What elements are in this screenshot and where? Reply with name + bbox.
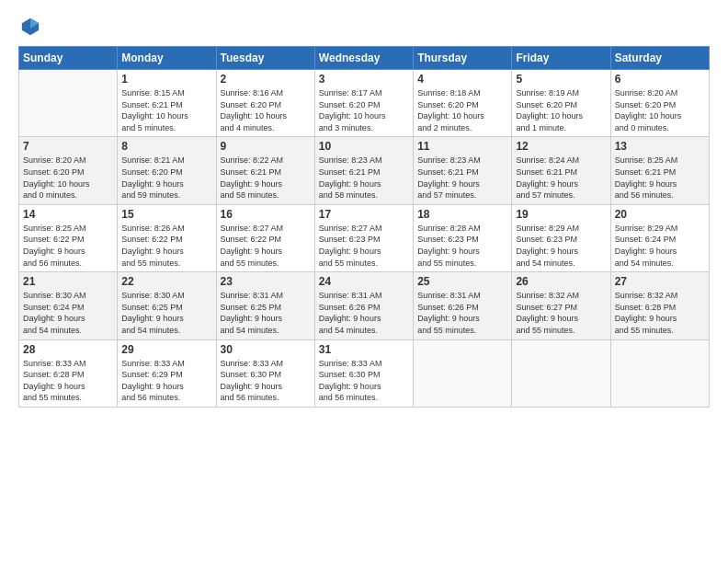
day-number: 16 [221, 208, 311, 221]
day-number: 25 [417, 275, 507, 288]
col-saturday: Saturday [610, 47, 709, 70]
day-info: Sunrise: 8:31 AM Sunset: 6:26 PM Dayligh… [417, 290, 507, 336]
table-row: 14Sunrise: 8:25 AM Sunset: 6:22 PM Dayli… [19, 204, 118, 271]
day-info: Sunrise: 8:25 AM Sunset: 6:22 PM Dayligh… [23, 223, 113, 269]
table-row: 16Sunrise: 8:27 AM Sunset: 6:22 PM Dayli… [216, 204, 314, 271]
col-thursday: Thursday [414, 47, 512, 70]
table-row: 3Sunrise: 8:17 AM Sunset: 6:20 PM Daylig… [314, 70, 413, 137]
table-row: 24Sunrise: 8:31 AM Sunset: 6:26 PM Dayli… [314, 272, 413, 339]
table-row: 26Sunrise: 8:32 AM Sunset: 6:27 PM Dayli… [512, 272, 610, 339]
table-row: 21Sunrise: 8:30 AM Sunset: 6:24 PM Dayli… [19, 272, 118, 339]
table-row: 1Sunrise: 8:15 AM Sunset: 6:21 PM Daylig… [118, 70, 216, 137]
day-number: 24 [319, 275, 409, 288]
day-number: 2 [221, 73, 311, 86]
table-row: 28Sunrise: 8:33 AM Sunset: 6:28 PM Dayli… [19, 339, 118, 407]
day-info: Sunrise: 8:25 AM Sunset: 6:21 PM Dayligh… [615, 155, 705, 201]
day-number: 4 [417, 73, 507, 86]
day-info: Sunrise: 8:33 AM Sunset: 6:30 PM Dayligh… [221, 358, 311, 404]
table-row [512, 339, 610, 407]
table-row: 9Sunrise: 8:22 AM Sunset: 6:21 PM Daylig… [216, 137, 314, 204]
day-info: Sunrise: 8:23 AM Sunset: 6:21 PM Dayligh… [417, 155, 507, 201]
day-info: Sunrise: 8:33 AM Sunset: 6:28 PM Dayligh… [23, 358, 113, 404]
day-info: Sunrise: 8:27 AM Sunset: 6:23 PM Dayligh… [319, 223, 409, 269]
day-info: Sunrise: 8:29 AM Sunset: 6:23 PM Dayligh… [516, 223, 606, 269]
day-number: 5 [516, 73, 606, 86]
day-info: Sunrise: 8:16 AM Sunset: 6:20 PM Dayligh… [221, 87, 311, 133]
day-number: 28 [23, 343, 113, 356]
day-info: Sunrise: 8:29 AM Sunset: 6:24 PM Dayligh… [615, 223, 705, 269]
day-info: Sunrise: 8:27 AM Sunset: 6:22 PM Dayligh… [221, 223, 311, 269]
calendar-week-row: 28Sunrise: 8:33 AM Sunset: 6:28 PM Dayli… [19, 339, 710, 407]
calendar-week-row: 1Sunrise: 8:15 AM Sunset: 6:21 PM Daylig… [19, 70, 710, 137]
day-info: Sunrise: 8:18 AM Sunset: 6:20 PM Dayligh… [417, 87, 507, 133]
day-info: Sunrise: 8:23 AM Sunset: 6:21 PM Dayligh… [319, 155, 409, 201]
day-number: 9 [221, 140, 311, 153]
day-info: Sunrise: 8:30 AM Sunset: 6:25 PM Dayligh… [121, 290, 211, 336]
day-number: 26 [516, 275, 606, 288]
col-sunday: Sunday [19, 47, 118, 70]
day-number: 11 [417, 140, 507, 153]
table-row: 27Sunrise: 8:32 AM Sunset: 6:28 PM Dayli… [610, 272, 709, 339]
table-row [19, 70, 118, 137]
table-row: 12Sunrise: 8:24 AM Sunset: 6:21 PM Dayli… [512, 137, 610, 204]
day-number: 17 [319, 208, 409, 221]
table-row: 8Sunrise: 8:21 AM Sunset: 6:20 PM Daylig… [118, 137, 216, 204]
day-info: Sunrise: 8:32 AM Sunset: 6:27 PM Dayligh… [516, 290, 606, 336]
day-info: Sunrise: 8:20 AM Sunset: 6:20 PM Dayligh… [615, 87, 705, 133]
day-info: Sunrise: 8:30 AM Sunset: 6:24 PM Dayligh… [23, 290, 113, 336]
day-number: 19 [516, 208, 606, 221]
day-info: Sunrise: 8:28 AM Sunset: 6:23 PM Dayligh… [417, 223, 507, 269]
table-row: 25Sunrise: 8:31 AM Sunset: 6:26 PM Dayli… [414, 272, 512, 339]
day-number: 8 [121, 140, 211, 153]
day-number: 14 [23, 208, 113, 221]
day-number: 30 [221, 343, 311, 356]
table-row: 5Sunrise: 8:19 AM Sunset: 6:20 PM Daylig… [512, 70, 610, 137]
calendar-week-row: 21Sunrise: 8:30 AM Sunset: 6:24 PM Dayli… [19, 272, 710, 339]
day-number: 18 [417, 208, 507, 221]
col-friday: Friday [512, 47, 610, 70]
logo-icon [20, 17, 40, 37]
table-row [610, 339, 709, 407]
table-row: 11Sunrise: 8:23 AM Sunset: 6:21 PM Dayli… [414, 137, 512, 204]
day-number: 7 [23, 140, 113, 153]
day-number: 12 [516, 140, 606, 153]
day-number: 22 [121, 275, 211, 288]
table-row: 13Sunrise: 8:25 AM Sunset: 6:21 PM Dayli… [610, 137, 709, 204]
day-info: Sunrise: 8:33 AM Sunset: 6:30 PM Dayligh… [319, 358, 409, 404]
day-number: 20 [615, 208, 705, 221]
day-number: 23 [221, 275, 311, 288]
table-row: 7Sunrise: 8:20 AM Sunset: 6:20 PM Daylig… [19, 137, 118, 204]
day-number: 3 [319, 73, 409, 86]
calendar-page: Sunday Monday Tuesday Wednesday Thursday… [0, 0, 728, 563]
header [18, 17, 710, 37]
day-info: Sunrise: 8:21 AM Sunset: 6:20 PM Dayligh… [121, 155, 211, 201]
calendar-week-row: 14Sunrise: 8:25 AM Sunset: 6:22 PM Dayli… [19, 204, 710, 271]
col-wednesday: Wednesday [314, 47, 413, 70]
table-row: 29Sunrise: 8:33 AM Sunset: 6:29 PM Dayli… [118, 339, 216, 407]
table-row: 23Sunrise: 8:31 AM Sunset: 6:25 PM Dayli… [216, 272, 314, 339]
table-row: 30Sunrise: 8:33 AM Sunset: 6:30 PM Dayli… [216, 339, 314, 407]
table-row: 19Sunrise: 8:29 AM Sunset: 6:23 PM Dayli… [512, 204, 610, 271]
table-row: 22Sunrise: 8:30 AM Sunset: 6:25 PM Dayli… [118, 272, 216, 339]
day-info: Sunrise: 8:15 AM Sunset: 6:21 PM Dayligh… [121, 87, 211, 133]
day-info: Sunrise: 8:17 AM Sunset: 6:20 PM Dayligh… [319, 87, 409, 133]
table-row: 17Sunrise: 8:27 AM Sunset: 6:23 PM Dayli… [314, 204, 413, 271]
table-row: 6Sunrise: 8:20 AM Sunset: 6:20 PM Daylig… [610, 70, 709, 137]
day-info: Sunrise: 8:32 AM Sunset: 6:28 PM Dayligh… [615, 290, 705, 336]
day-info: Sunrise: 8:22 AM Sunset: 6:21 PM Dayligh… [221, 155, 311, 201]
day-number: 10 [319, 140, 409, 153]
day-info: Sunrise: 8:20 AM Sunset: 6:20 PM Dayligh… [23, 155, 113, 201]
table-row: 20Sunrise: 8:29 AM Sunset: 6:24 PM Dayli… [610, 204, 709, 271]
calendar-week-row: 7Sunrise: 8:20 AM Sunset: 6:20 PM Daylig… [19, 137, 710, 204]
table-row: 10Sunrise: 8:23 AM Sunset: 6:21 PM Dayli… [314, 137, 413, 204]
day-info: Sunrise: 8:24 AM Sunset: 6:21 PM Dayligh… [516, 155, 606, 201]
table-row: 15Sunrise: 8:26 AM Sunset: 6:22 PM Dayli… [118, 204, 216, 271]
col-tuesday: Tuesday [216, 47, 314, 70]
day-number: 29 [121, 343, 211, 356]
table-row [414, 339, 512, 407]
day-number: 15 [121, 208, 211, 221]
logo [18, 17, 40, 37]
table-row: 18Sunrise: 8:28 AM Sunset: 6:23 PM Dayli… [414, 204, 512, 271]
day-info: Sunrise: 8:33 AM Sunset: 6:29 PM Dayligh… [121, 358, 211, 404]
table-row: 31Sunrise: 8:33 AM Sunset: 6:30 PM Dayli… [314, 339, 413, 407]
